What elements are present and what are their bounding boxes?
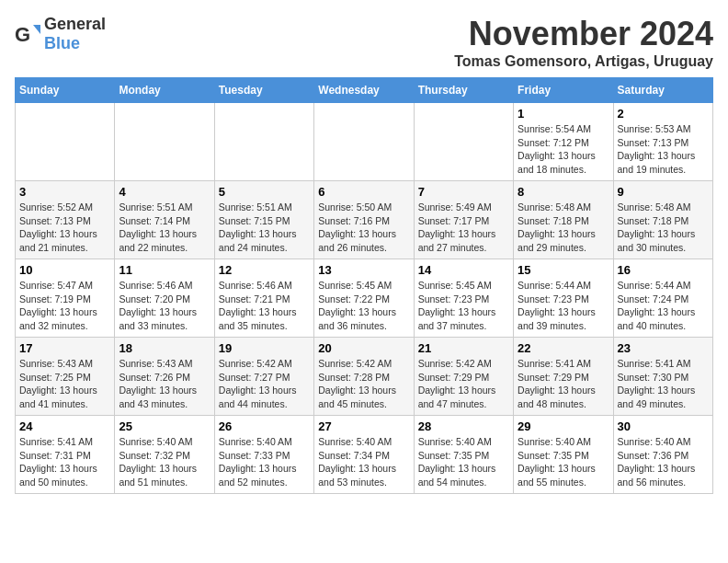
day-info: Sunrise: 5:50 AM Sunset: 7:16 PM Dayligh… [318, 201, 409, 255]
day-number: 9 [618, 185, 709, 199]
calendar-cell: 15Sunrise: 5:44 AM Sunset: 7:23 PM Dayli… [514, 259, 613, 338]
weekday-header-wednesday: Wednesday [314, 78, 414, 103]
calendar-cell: 5Sunrise: 5:51 AM Sunset: 7:15 PM Daylig… [214, 181, 313, 259]
day-info: Sunrise: 5:46 AM Sunset: 7:21 PM Dayligh… [219, 279, 310, 333]
day-info: Sunrise: 5:48 AM Sunset: 7:18 PM Dayligh… [518, 201, 609, 255]
calendar-cell: 29Sunrise: 5:40 AM Sunset: 7:35 PM Dayli… [514, 416, 613, 494]
day-info: Sunrise: 5:40 AM Sunset: 7:36 PM Dayligh… [618, 435, 709, 489]
day-info: Sunrise: 5:51 AM Sunset: 7:14 PM Dayligh… [119, 201, 210, 255]
calendar-cell: 17Sunrise: 5:43 AM Sunset: 7:25 PM Dayli… [16, 338, 115, 416]
day-info: Sunrise: 5:48 AM Sunset: 7:18 PM Dayligh… [618, 201, 709, 255]
day-info: Sunrise: 5:41 AM Sunset: 7:29 PM Dayligh… [518, 357, 609, 411]
day-info: Sunrise: 5:40 AM Sunset: 7:35 PM Dayligh… [518, 435, 609, 489]
calendar-cell: 11Sunrise: 5:46 AM Sunset: 7:20 PM Dayli… [115, 259, 214, 338]
day-number: 2 [618, 107, 709, 121]
weekday-header-row: SundayMondayTuesdayWednesdayThursdayFrid… [16, 78, 713, 103]
day-number: 4 [119, 185, 210, 199]
calendar-table: SundayMondayTuesdayWednesdayThursdayFrid… [15, 77, 713, 494]
calendar-cell: 28Sunrise: 5:40 AM Sunset: 7:35 PM Dayli… [414, 416, 513, 494]
calendar-cell [314, 103, 414, 181]
day-info: Sunrise: 5:40 AM Sunset: 7:33 PM Dayligh… [219, 435, 310, 489]
day-info: Sunrise: 5:40 AM Sunset: 7:32 PM Dayligh… [119, 435, 210, 489]
day-info: Sunrise: 5:45 AM Sunset: 7:22 PM Dayligh… [318, 279, 409, 333]
day-number: 12 [219, 263, 310, 277]
svg-text:G: G [15, 23, 30, 46]
day-number: 6 [318, 185, 409, 199]
day-number: 20 [318, 341, 409, 355]
day-info: Sunrise: 5:52 AM Sunset: 7:13 PM Dayligh… [19, 201, 110, 255]
calendar-cell: 25Sunrise: 5:40 AM Sunset: 7:32 PM Dayli… [115, 416, 214, 494]
calendar-cell: 20Sunrise: 5:42 AM Sunset: 7:28 PM Dayli… [314, 338, 414, 416]
weekday-header-friday: Friday [514, 78, 613, 103]
week-row-3: 17Sunrise: 5:43 AM Sunset: 7:25 PM Dayli… [16, 338, 713, 416]
day-number: 18 [119, 341, 210, 355]
day-number: 14 [418, 263, 509, 277]
day-info: Sunrise: 5:41 AM Sunset: 7:31 PM Dayligh… [19, 435, 110, 489]
day-number: 7 [418, 185, 509, 199]
calendar-cell: 6Sunrise: 5:50 AM Sunset: 7:16 PM Daylig… [314, 181, 414, 259]
calendar-cell [16, 103, 115, 181]
calendar-cell [414, 103, 513, 181]
day-info: Sunrise: 5:42 AM Sunset: 7:29 PM Dayligh… [418, 357, 509, 411]
week-row-1: 3Sunrise: 5:52 AM Sunset: 7:13 PM Daylig… [16, 181, 713, 259]
calendar-cell: 18Sunrise: 5:43 AM Sunset: 7:26 PM Dayli… [115, 338, 214, 416]
weekday-header-thursday: Thursday [414, 78, 513, 103]
calendar-cell: 7Sunrise: 5:49 AM Sunset: 7:17 PM Daylig… [414, 181, 513, 259]
day-info: Sunrise: 5:47 AM Sunset: 7:19 PM Dayligh… [19, 279, 110, 333]
week-row-0: 1Sunrise: 5:54 AM Sunset: 7:12 PM Daylig… [16, 103, 713, 181]
day-number: 28 [418, 419, 509, 433]
calendar-cell: 14Sunrise: 5:45 AM Sunset: 7:23 PM Dayli… [414, 259, 513, 338]
day-info: Sunrise: 5:46 AM Sunset: 7:20 PM Dayligh… [119, 279, 210, 333]
day-info: Sunrise: 5:43 AM Sunset: 7:25 PM Dayligh… [19, 357, 110, 411]
day-number: 17 [19, 341, 110, 355]
calendar-cell: 2Sunrise: 5:53 AM Sunset: 7:13 PM Daylig… [613, 103, 712, 181]
calendar-cell: 21Sunrise: 5:42 AM Sunset: 7:29 PM Dayli… [414, 338, 513, 416]
day-info: Sunrise: 5:51 AM Sunset: 7:15 PM Dayligh… [219, 201, 310, 255]
day-info: Sunrise: 5:40 AM Sunset: 7:34 PM Dayligh… [318, 435, 409, 489]
day-info: Sunrise: 5:42 AM Sunset: 7:28 PM Dayligh… [318, 357, 409, 411]
day-number: 8 [518, 185, 609, 199]
weekday-header-saturday: Saturday [613, 78, 712, 103]
calendar-cell: 4Sunrise: 5:51 AM Sunset: 7:14 PM Daylig… [115, 181, 214, 259]
day-info: Sunrise: 5:44 AM Sunset: 7:24 PM Dayligh… [618, 279, 709, 333]
day-info: Sunrise: 5:54 AM Sunset: 7:12 PM Dayligh… [518, 122, 609, 177]
day-number: 22 [518, 341, 609, 355]
calendar-cell: 12Sunrise: 5:46 AM Sunset: 7:21 PM Dayli… [214, 259, 313, 338]
calendar-cell: 16Sunrise: 5:44 AM Sunset: 7:24 PM Dayli… [613, 259, 712, 338]
day-number: 11 [119, 263, 210, 277]
calendar-cell: 26Sunrise: 5:40 AM Sunset: 7:33 PM Dayli… [214, 416, 313, 494]
day-info: Sunrise: 5:41 AM Sunset: 7:30 PM Dayligh… [618, 357, 709, 411]
weekday-header-monday: Monday [115, 78, 214, 103]
day-number: 27 [318, 419, 409, 433]
logo-blue: Blue [44, 34, 80, 52]
calendar-cell [115, 103, 214, 181]
day-info: Sunrise: 5:44 AM Sunset: 7:23 PM Dayligh… [518, 279, 609, 333]
day-info: Sunrise: 5:43 AM Sunset: 7:26 PM Dayligh… [119, 357, 210, 411]
day-number: 26 [219, 419, 310, 433]
calendar-cell: 8Sunrise: 5:48 AM Sunset: 7:18 PM Daylig… [514, 181, 613, 259]
calendar-cell: 13Sunrise: 5:45 AM Sunset: 7:22 PM Dayli… [314, 259, 414, 338]
day-info: Sunrise: 5:40 AM Sunset: 7:35 PM Dayligh… [418, 435, 509, 489]
day-number: 15 [518, 263, 609, 277]
svg-marker-1 [33, 25, 40, 34]
location-title: Tomas Gomensoro, Artigas, Uruguay [454, 53, 713, 70]
day-number: 23 [618, 341, 709, 355]
logo-icon: G [15, 21, 40, 47]
day-number: 25 [119, 419, 210, 433]
day-number: 1 [518, 107, 609, 121]
calendar-cell [214, 103, 313, 181]
month-title: November 2024 [454, 15, 713, 53]
calendar-cell: 1Sunrise: 5:54 AM Sunset: 7:12 PM Daylig… [514, 103, 613, 181]
day-number: 24 [19, 419, 110, 433]
calendar-cell: 19Sunrise: 5:42 AM Sunset: 7:27 PM Dayli… [214, 338, 313, 416]
weekday-header-sunday: Sunday [16, 78, 115, 103]
day-info: Sunrise: 5:49 AM Sunset: 7:17 PM Dayligh… [418, 201, 509, 255]
day-number: 29 [518, 419, 609, 433]
day-number: 13 [318, 263, 409, 277]
week-row-4: 24Sunrise: 5:41 AM Sunset: 7:31 PM Dayli… [16, 416, 713, 494]
calendar-cell: 27Sunrise: 5:40 AM Sunset: 7:34 PM Dayli… [314, 416, 414, 494]
calendar-cell: 30Sunrise: 5:40 AM Sunset: 7:36 PM Dayli… [613, 416, 712, 494]
calendar-cell: 9Sunrise: 5:48 AM Sunset: 7:18 PM Daylig… [613, 181, 712, 259]
weekday-header-tuesday: Tuesday [214, 78, 313, 103]
logo: G General Blue [15, 15, 106, 53]
